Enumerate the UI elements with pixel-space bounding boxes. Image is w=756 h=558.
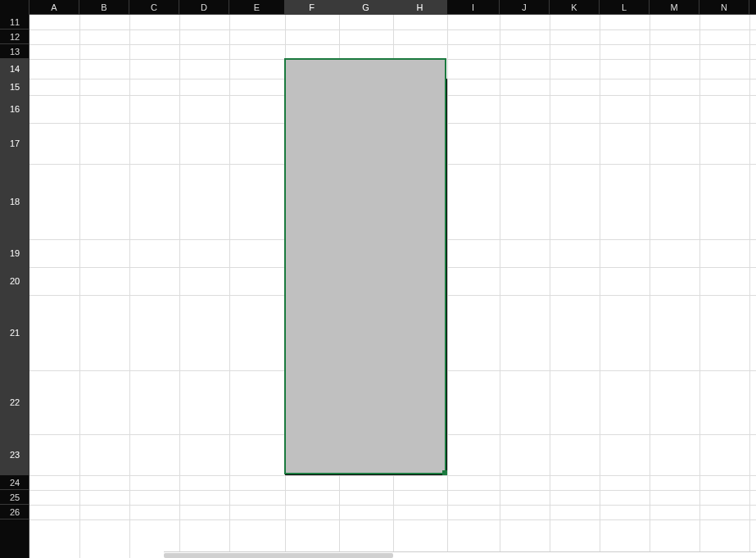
- row-header-13[interactable]: 13: [0, 44, 29, 59]
- column-header-F[interactable]: F: [285, 0, 339, 15]
- column-header-M[interactable]: M: [650, 0, 699, 15]
- gridline-horizontal: [29, 490, 756, 491]
- column-header-B[interactable]: B: [79, 0, 129, 15]
- gridline-horizontal: [29, 29, 756, 30]
- row-header-25[interactable]: 25: [0, 490, 29, 505]
- select-all-corner[interactable]: [0, 0, 29, 15]
- gridline-vertical: [79, 15, 80, 558]
- spreadsheet-grid: ABCDEFGHIJKLMN 1112131415161718192021222…: [0, 0, 756, 558]
- row-header-21[interactable]: 21: [0, 295, 29, 370]
- cells-area[interactable]: ExampleCompanyContactCountryAlfreds Futt…: [29, 15, 756, 558]
- column-header-N[interactable]: N: [699, 0, 749, 15]
- row-header-18[interactable]: 18: [0, 164, 29, 239]
- row-headers: 11121314151617181920212223242526: [0, 15, 29, 558]
- row-header-24[interactable]: 24: [0, 475, 29, 490]
- column-header-E[interactable]: E: [229, 0, 285, 15]
- column-headers: ABCDEFGHIJKLMN: [0, 0, 756, 15]
- row-header-23[interactable]: 23: [0, 434, 29, 475]
- column-header-A[interactable]: A: [29, 0, 79, 15]
- row-header-22[interactable]: 22: [0, 370, 29, 434]
- horizontal-scrollbar[interactable]: [164, 551, 756, 558]
- selection-rectangle: [284, 58, 446, 474]
- column-header-D[interactable]: D: [179, 0, 229, 15]
- column-header-K[interactable]: K: [550, 0, 600, 15]
- gridline-vertical: [179, 15, 180, 558]
- gridline-vertical: [600, 15, 600, 558]
- gridline-vertical: [447, 15, 448, 558]
- gridline-horizontal: [29, 505, 756, 506]
- row-header-19[interactable]: 19: [0, 239, 29, 267]
- row-header-17[interactable]: 17: [0, 123, 29, 164]
- gridline-vertical: [650, 15, 650, 558]
- column-header-I[interactable]: I: [447, 0, 500, 15]
- gridline-vertical: [229, 15, 230, 558]
- column-header-H[interactable]: H: [393, 0, 447, 15]
- row-header-16[interactable]: 16: [0, 95, 29, 123]
- gridline-horizontal: [29, 519, 756, 520]
- gridline-vertical: [500, 15, 500, 558]
- fill-handle[interactable]: [442, 470, 447, 475]
- gridline-vertical: [550, 15, 550, 558]
- horizontal-scrollbar-thumb[interactable]: [164, 553, 393, 558]
- gridline-horizontal: [29, 44, 756, 45]
- column-header-G[interactable]: G: [339, 0, 393, 15]
- row-header-11[interactable]: 11: [0, 15, 29, 29]
- gridline-vertical: [749, 15, 750, 558]
- row-header-15[interactable]: 15: [0, 79, 29, 95]
- row-header-12[interactable]: 12: [0, 29, 29, 44]
- row-header-20[interactable]: 20: [0, 267, 29, 295]
- row-header-26[interactable]: 26: [0, 505, 29, 519]
- row-header-14[interactable]: 14: [0, 59, 29, 79]
- column-header-C[interactable]: C: [129, 0, 179, 15]
- gridline-vertical: [699, 15, 700, 558]
- gridline-horizontal: [29, 475, 756, 476]
- column-header-L[interactable]: L: [600, 0, 650, 15]
- gridline-vertical: [129, 15, 130, 558]
- column-header-J[interactable]: J: [500, 0, 550, 15]
